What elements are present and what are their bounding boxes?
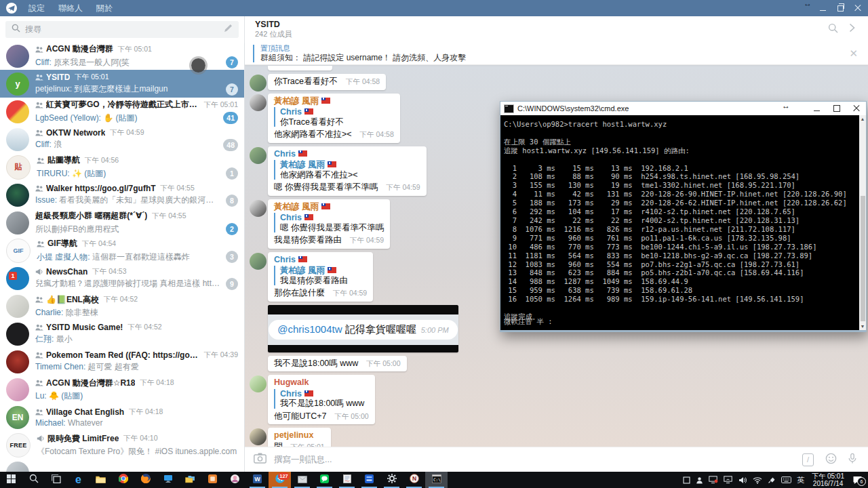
device-alert-icon[interactable] <box>709 476 718 484</box>
task-view-button[interactable] <box>45 472 67 488</box>
dialog-row[interactable]: OKTW Network下午 04:59Cliff: 浪48 <box>0 125 244 153</box>
bot-command-icon[interactable]: / <box>802 453 814 466</box>
message-avatar[interactable] <box>250 200 267 217</box>
sender-name[interactable]: 黃柏諺 風雨 <box>274 96 394 106</box>
pinned-close-icon[interactable]: ✕ <box>847 48 860 58</box>
line-app[interactable] <box>313 472 336 488</box>
microphone-icon[interactable] <box>848 453 856 467</box>
reply-quote[interactable]: Chris你Trace看看好不 <box>274 107 394 127</box>
cmd-close-button[interactable] <box>846 102 866 115</box>
message-bubble[interactable]: Chris黃柏諺 風雨我是猜你要看路由那你在說什麼下午 04:59 <box>268 252 373 302</box>
message-avatar[interactable] <box>250 428 267 445</box>
dialog-row[interactable]: 貼貼圖導航下午 04:56TIRURU: ✨ (貼圖)1 <box>0 153 244 181</box>
dialog-row[interactable]: Walker https://goo.gl/7gufhT下午 04:55Issu… <box>0 181 244 209</box>
firefox-app[interactable] <box>134 472 157 488</box>
dialog-row[interactable]: ENVillage Chat English下午 04:18Michael: W… <box>0 403 244 431</box>
message-bubble[interactable]: HugwalkChris我不是說18:00嗎 www他可能UTC+7下午 05:… <box>268 375 375 424</box>
dialog-row[interactable]: FREE限時免費 LimitFree下午 04:10《Fotocam Textu… <box>0 431 244 459</box>
menu-item-聯絡人[interactable]: 聯絡人 <box>52 0 90 16</box>
chat-header[interactable]: YSITD 242 位成員 <box>245 16 868 42</box>
message-avatar[interactable] <box>250 375 267 392</box>
search-input[interactable]: 搜尋 <box>5 21 239 38</box>
reply-quote[interactable]: Chris嗯 你覺得我是要看準不準嗎 <box>274 213 384 232</box>
sender-name[interactable]: 黃柏諺 風雨 <box>274 202 384 212</box>
dialog-row[interactable]: ACGN 動漫台灣群下午 05:01Cliff: 原來我是一般人阿(笑7 <box>0 42 244 70</box>
pink-app[interactable] <box>224 472 246 488</box>
reply-quote[interactable]: 黃柏諺 風雨我是猜你要看路由 <box>274 266 367 285</box>
dialog-row[interactable]: 紅黃寶可夢GO，冷靜等待遊戲正式上市 Pokémon GO [ENL] 本...… <box>0 98 244 125</box>
message-bubble[interactable]: 黃柏諺 風雨Chris嗯 你覺得我是要看準不準嗎我是猜你要看路由下午 04:59 <box>268 199 390 249</box>
word-app[interactable]: W <box>246 472 269 488</box>
message-bubble[interactable]: petjelinux問下午 05:01 <box>268 428 331 447</box>
cmd-maximize-button[interactable] <box>827 102 846 115</box>
orange-app[interactable] <box>201 472 224 488</box>
message-avatar[interactable] <box>250 147 267 164</box>
dialog-row[interactable]: yYSITD下午 05:01petjelinux: 到底要怎麼樣連上mailgu… <box>0 70 244 98</box>
message-bubble[interactable]: 我不是說18:00嗎 www下午 05:00 <box>268 356 407 372</box>
round-n-app[interactable]: N <box>403 472 425 488</box>
blue-docs-app[interactable] <box>358 472 380 488</box>
scroll-thumb[interactable] <box>861 196 865 321</box>
message-avatar[interactable] <box>250 253 267 270</box>
menu-item-關於[interactable]: 關於 <box>90 0 119 16</box>
pinned-message-bar[interactable]: 置頂訊息 群組須知： 請記得設定 username！ 請勿洗頻、人身攻擊 ✕ <box>245 42 868 65</box>
dialog-row[interactable]: 超級長頸鹿小群 暱稱超群(*´∀´)下午 04:55所以刪掉FB的應用程式2 <box>0 209 244 237</box>
dialog-row[interactable]: Pokemon Team Red ((FAQ: https://goo.gl/B… <box>0 348 244 375</box>
message-bubble[interactable]: 黃柏諺 風雨Chris你Trace看看好不他家網路看不准拉><下午 04:58 <box>268 94 400 143</box>
minimize-button[interactable] <box>814 0 831 16</box>
chrome-app[interactable] <box>112 472 134 488</box>
monitor-app[interactable] <box>157 472 179 488</box>
dialog-row[interactable]: ACGN 動漫台灣群☆R18下午 04:18Lu: 🐥 (貼圖) <box>0 375 244 403</box>
cmd-minimize-button[interactable] <box>807 102 827 115</box>
notes-app[interactable] <box>336 472 358 488</box>
attach-camera-icon[interactable] <box>254 453 267 466</box>
touch-keyboard-icon[interactable] <box>781 476 791 483</box>
message-avatar[interactable] <box>250 75 267 92</box>
settings-app[interactable] <box>380 472 403 488</box>
composer-placeholder[interactable]: 撰寫一則訊息... <box>274 454 802 466</box>
cmd-window[interactable]: C:\WINDOWS\system32\cmd.exe C:\Users\op9… <box>500 101 867 332</box>
connector-icon[interactable] <box>768 476 776 484</box>
chat-info-chevron-icon[interactable] <box>849 23 855 35</box>
restore-button[interactable] <box>831 0 849 16</box>
folders-app[interactable] <box>179 472 201 488</box>
wifi-icon[interactable] <box>753 476 762 484</box>
sender-name[interactable]: Hugwalk <box>274 378 369 388</box>
cmd-titlebar[interactable]: C:\WINDOWS\system32\cmd.exe <box>500 102 866 115</box>
file-explorer-app[interactable] <box>90 472 112 488</box>
scroll-up-arrow[interactable]: ▲ <box>859 115 866 123</box>
cast-icon[interactable] <box>724 476 733 484</box>
message-bubble[interactable]: Chris黃柏諺 風雨他家網路看不准拉><嗯 你覺得我是要看準不準嗎下午 04:… <box>268 146 427 196</box>
edge-app[interactable]: e <box>67 472 90 488</box>
user-tray-icon[interactable] <box>696 476 703 484</box>
dialog-row[interactable]: YSITD Music Game!下午 04:52仁翔: 最小 <box>0 320 244 348</box>
taskbar-clock[interactable]: 下午 05:012016/7/14 <box>810 472 846 487</box>
telegram-app[interactable]: 127 <box>269 472 291 488</box>
cmd-scrollbar[interactable]: ▲ ▼ <box>859 115 866 330</box>
reply-quote[interactable]: 黃柏諺 風雨他家網路看不准拉>< <box>274 160 420 180</box>
dialog-row[interactable]: 1NewsChan下午 04:53兒瘋才動粗？還原護理師被打現場 真相是這樣 h… <box>0 264 244 292</box>
sender-name[interactable]: Chris <box>274 255 367 265</box>
dialog-row[interactable]: 👍📗ENL高校下午 04:52Charlie: 除非整棟 <box>0 292 244 320</box>
show-hidden-icons[interactable] <box>683 476 690 484</box>
menu-item-設定[interactable]: 設定 <box>22 0 52 16</box>
cmd-output[interactable]: C:\Users\op982>tracert host1.wartw.xyz 在… <box>500 115 859 330</box>
emoji-icon[interactable] <box>825 453 837 467</box>
sender-name[interactable]: Chris <box>274 149 420 159</box>
volume-icon[interactable] <box>738 476 747 484</box>
compose-pencil-icon[interactable] <box>224 23 233 35</box>
message-avatar[interactable] <box>250 94 267 111</box>
taskbar-search-button[interactable] <box>22 472 45 488</box>
chat-search-icon[interactable] <box>828 23 838 36</box>
sender-name[interactable]: petjelinux <box>274 430 325 441</box>
dialog-row[interactable] <box>0 459 244 472</box>
scroll-down-arrow[interactable]: ▼ <box>859 323 866 330</box>
ime-language-indicator[interactable]: 英 <box>797 475 804 485</box>
start-button[interactable] <box>0 472 22 488</box>
message-bubble[interactable]: 你Trace看看好不下午 04:58 <box>268 74 386 90</box>
photo-message[interactable]: @chris1004tw 記得拿貨喔喔喔5:00 PM <box>268 305 458 352</box>
reply-quote[interactable]: Chris我不是說18:00嗎 www <box>274 389 369 409</box>
dialog-row[interactable]: GIFGIF導航下午 04:54小提 虛擬人物: 這個群一直都歡迎這樣轟炸3 <box>0 237 244 264</box>
gray-mail-app[interactable] <box>291 472 313 488</box>
action-center-icon[interactable]: 6 <box>852 475 863 485</box>
